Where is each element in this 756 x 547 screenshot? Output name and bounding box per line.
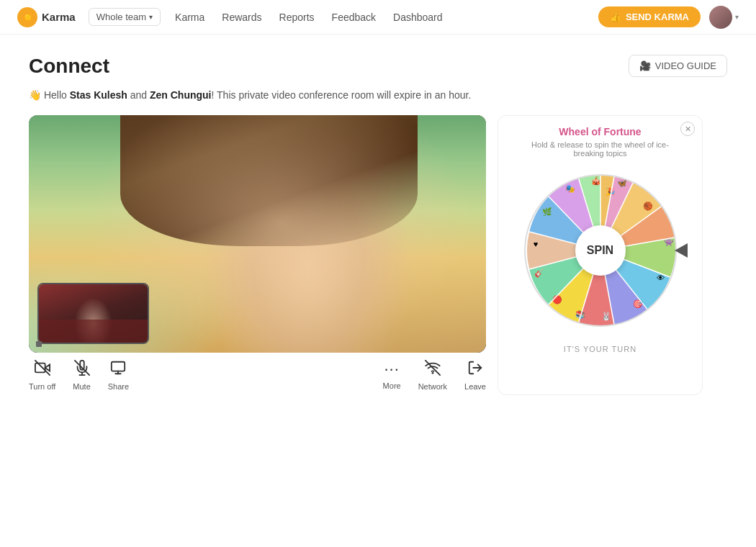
leave-button[interactable]: Leave <box>464 360 486 391</box>
mute-button[interactable]: Mute <box>73 360 90 391</box>
video-guide-button[interactable]: 🎥 VIDEO GUIDE <box>629 55 727 77</box>
leave-label: Leave <box>464 382 486 391</box>
wheel-title: Wheel of Fortune <box>520 126 680 137</box>
nav-link-rewards[interactable]: Rewards <box>222 12 261 23</box>
nav-links: Karma Rewards Reports Feedback Dashboard <box>175 12 443 23</box>
nav-link-feedback[interactable]: Feedback <box>332 12 376 23</box>
svg-rect-5 <box>112 362 125 371</box>
more-label: More <box>383 381 401 390</box>
controls-left: Turn off Mute <box>29 360 129 391</box>
svg-text:🎭: 🎭 <box>565 184 575 194</box>
svg-text:🎯: 🎯 <box>633 299 643 309</box>
page-header: Connect 🎥 VIDEO GUIDE <box>29 55 727 78</box>
wheel-header: Wheel of Fortune Hold & release to spin … <box>498 116 702 162</box>
svg-text:🎪: 🎪 <box>591 176 601 186</box>
svg-text:♥: ♥ <box>533 240 538 248</box>
network-label: Network <box>418 382 447 391</box>
mute-label: Mute <box>73 382 90 391</box>
logo-icon: ☀️ <box>17 7 37 27</box>
wheel-svg-wrap: 🎉 🏀 👾 👁 🎯 🐰 📚 🔴 🎸 ♥ 🌿 🎭 <box>518 168 683 333</box>
svg-text:🐰: 🐰 <box>601 311 611 321</box>
user1-name: Stas Kulesh <box>70 89 127 101</box>
turn-off-icon <box>35 360 50 379</box>
wheel-turn-label: IT'S YOUR TURN <box>498 345 702 353</box>
svg-text:🏀: 🏀 <box>643 201 653 211</box>
svg-text:🌿: 🌿 <box>542 207 552 217</box>
wheel-container: 🎉 🏀 👾 👁 🎯 🐰 📚 🔴 🎸 ♥ 🌿 🎭 <box>498 162 702 339</box>
user2-name: Zen Chungui <box>150 89 212 101</box>
network-icon <box>425 360 441 379</box>
send-karma-button[interactable]: 👍 SEND KARMA <box>598 6 701 27</box>
share-icon <box>110 360 126 379</box>
svg-text:🎸: 🎸 <box>534 268 544 278</box>
share-label: Share <box>108 382 129 391</box>
send-karma-label: SEND KARMA <box>626 12 689 22</box>
video-guide-label: VIDEO GUIDE <box>655 60 716 71</box>
spin-label: SPIN <box>587 244 613 257</box>
turn-off-label: Turn off <box>29 382 55 391</box>
spin-button[interactable]: SPIN <box>575 225 626 276</box>
more-icon: ··· <box>384 360 399 379</box>
send-karma-emoji: 👍 <box>610 12 621 22</box>
leave-icon <box>467 360 483 379</box>
video-controls: Turn off Mute <box>29 353 486 395</box>
greeting-text: 👋 Hello Stas Kulesh and Zen Chungui! Thi… <box>29 89 727 101</box>
wheel-subtitle: Hold & release to spin the wheel of ice-… <box>520 140 680 158</box>
video-mini <box>37 283 149 344</box>
navbar: ☀️ Karma Whole team ▾ Karma Rewards Repo… <box>0 0 756 35</box>
mute-icon <box>74 360 90 379</box>
more-button[interactable]: ··· More <box>383 360 401 391</box>
share-button[interactable]: Share <box>108 360 129 391</box>
wheel-pointer <box>675 243 688 258</box>
avatar-chevron-icon: ▾ <box>735 13 739 21</box>
team-selector[interactable]: Whole team ▾ <box>89 8 161 26</box>
wheel-close-button[interactable]: ✕ <box>680 122 695 136</box>
logo: ☀️ Karma <box>17 7 76 27</box>
avatar-menu[interactable]: ▾ <box>709 6 739 29</box>
video-main-container <box>29 115 486 353</box>
chevron-down-icon: ▾ <box>149 13 153 21</box>
team-selector-label: Whole team <box>96 12 146 22</box>
video-mini-icon <box>36 341 42 347</box>
video-mini-inner <box>39 284 148 343</box>
avatar <box>709 6 732 29</box>
network-button[interactable]: Network <box>418 360 447 391</box>
nav-link-reports[interactable]: Reports <box>279 12 315 23</box>
page-title: Connect <box>29 55 109 78</box>
wheel-panel: ✕ Wheel of Fortune Hold & release to spi… <box>498 115 703 395</box>
video-guide-icon: 🎥 <box>639 60 651 71</box>
logo-text: Karma <box>42 11 76 23</box>
turn-off-button[interactable]: Turn off <box>29 360 55 391</box>
video-section: Turn off Mute <box>29 115 727 395</box>
nav-link-karma[interactable]: Karma <box>175 12 204 23</box>
main-content: Connect 🎥 VIDEO GUIDE 👋 Hello Stas Kules… <box>0 35 756 395</box>
controls-right: ··· More Network <box>383 360 486 391</box>
wave-emoji: 👋 <box>29 89 41 101</box>
nav-right: 👍 SEND KARMA ▾ <box>598 6 739 29</box>
nav-link-dashboard[interactable]: Dashboard <box>393 12 443 23</box>
